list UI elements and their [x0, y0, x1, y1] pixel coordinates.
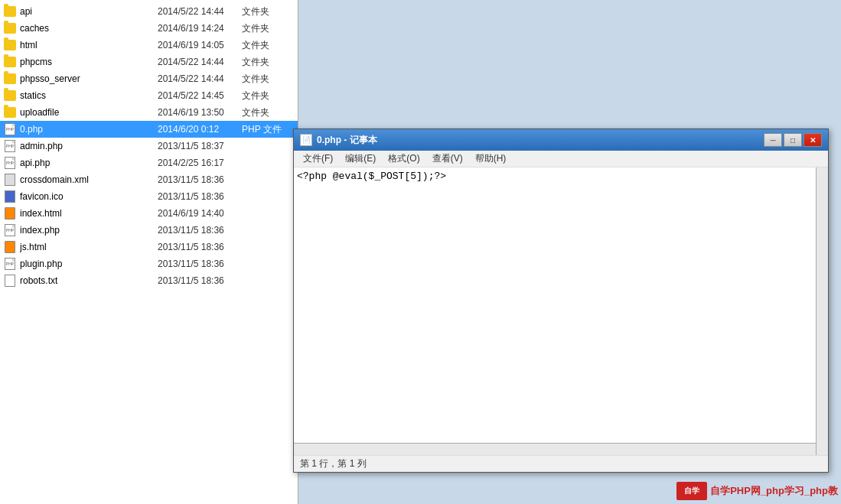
file-type: 文件夹 — [242, 89, 288, 102]
minimize-button[interactable]: ─ — [764, 133, 782, 147]
notepad-status-text: 第 1 行，第 1 列 — [300, 457, 367, 470]
file-name: index.html — [20, 208, 158, 219]
watermark-text: 自学PHP网_php学习_php教 — [710, 484, 838, 498]
file-row[interactable]: js.html2013/11/5 18:36 — [0, 239, 298, 255]
file-row[interactable]: statics2014/5/22 14:45文件夹 — [0, 87, 298, 104]
file-name: favicon.ico — [20, 191, 158, 202]
file-name: js.html — [20, 242, 158, 252]
file-date: 2014/6/19 13:50 — [158, 107, 242, 118]
folder-file-icon — [3, 72, 17, 86]
file-row[interactable]: phpcms2014/5/22 14:44文件夹 — [0, 54, 298, 70]
file-date: 2013/11/5 18:36 — [158, 275, 242, 286]
file-date: 2014/5/22 14:44 — [158, 6, 242, 17]
file-row[interactable]: PHPplugin.php2013/11/5 18:36 — [0, 255, 298, 272]
notepad-scrollbar-horizontal[interactable] — [294, 443, 816, 455]
file-row[interactable]: PHP0.php2014/6/20 0:12PHP 文件1 KB — [0, 121, 298, 138]
menu-item[interactable]: 文件(F) — [297, 151, 339, 167]
php-file-icon: PHP — [3, 156, 17, 170]
file-date: 2014/5/22 14:45 — [158, 90, 242, 101]
file-row[interactable]: PHPadmin.php2013/11/5 18:37 — [0, 138, 298, 154]
html-file-icon — [3, 240, 17, 254]
notepad-titlebar: 📄 0.php - 记事本 ─ □ ✕ — [294, 129, 828, 151]
file-date: 2013/11/5 18:36 — [158, 174, 242, 185]
file-name: robots.txt — [20, 275, 158, 286]
notepad-title-left: 📄 0.php - 记事本 — [300, 134, 377, 147]
file-type: 文件夹 — [242, 39, 288, 52]
file-date: 2014/6/20 0:12 — [158, 124, 242, 135]
notepad-window: 📄 0.php - 记事本 ─ □ ✕ 文件(F)编辑(E)格式(O)查看(V)… — [293, 128, 829, 473]
notepad-menubar: 文件(F)编辑(E)格式(O)查看(V)帮助(H) — [294, 151, 828, 167]
notepad-content-area — [294, 167, 828, 455]
menu-item[interactable]: 格式(O) — [382, 151, 425, 167]
file-name: admin.php — [20, 141, 158, 151]
file-name: uploadfile — [20, 107, 158, 118]
file-name: phpsso_server — [20, 73, 158, 84]
file-date: 2013/11/5 18:37 — [158, 141, 242, 151]
watermark: 自学 自学PHP网_php学习_php教 — [535, 480, 841, 502]
close-button[interactable]: ✕ — [804, 133, 822, 147]
file-date: 2013/11/5 18:36 — [158, 242, 242, 252]
watermark-logo: 自学 — [676, 482, 707, 500]
menu-item[interactable]: 编辑(E) — [339, 151, 382, 167]
notepad-app-icon: 📄 — [300, 134, 312, 146]
menu-item[interactable]: 帮助(H) — [469, 151, 513, 167]
file-explorer: api2014/5/22 14:44文件夹caches2014/6/19 14:… — [0, 0, 298, 504]
file-date: 2014/6/19 14:40 — [158, 208, 242, 219]
file-list: api2014/5/22 14:44文件夹caches2014/6/19 14:… — [0, 0, 298, 292]
file-row[interactable]: robots.txt2013/11/5 18:36 — [0, 272, 298, 289]
folder-file-icon — [3, 89, 17, 102]
php-file-icon: PHP — [3, 139, 17, 153]
file-name: statics — [20, 90, 158, 101]
file-name: crossdomain.xml — [20, 174, 158, 185]
file-date: 2014/6/19 14:24 — [158, 23, 242, 34]
notepad-title: 0.php - 记事本 — [317, 134, 377, 147]
file-date: 2014/6/19 14:05 — [158, 40, 242, 50]
notepad-statusbar: 第 1 行，第 1 列 — [294, 455, 828, 472]
file-row[interactable]: api2014/5/22 14:44文件夹 — [0, 3, 298, 20]
folder-file-icon — [3, 38, 17, 52]
file-name: plugin.php — [20, 259, 158, 269]
file-row[interactable]: PHPapi.php2014/2/25 16:17 — [0, 154, 298, 171]
file-name: api — [20, 6, 158, 17]
folder-file-icon — [3, 21, 17, 35]
file-type: PHP 文件 — [242, 123, 288, 136]
folder-file-icon — [3, 5, 17, 18]
notepad-title-controls: ─ □ ✕ — [764, 133, 822, 147]
notepad-scrollbar-vertical[interactable] — [816, 167, 828, 455]
file-type: 文件夹 — [242, 56, 288, 69]
file-date: 2013/11/5 18:36 — [158, 191, 242, 202]
php-file-icon: PHP — [3, 122, 17, 136]
menu-item[interactable]: 查看(V) — [426, 151, 469, 167]
file-date: 2013/11/5 18:36 — [158, 225, 242, 236]
file-date: 2014/5/22 14:44 — [158, 73, 242, 84]
file-type: 文件夹 — [242, 22, 288, 35]
file-date: 2013/11/5 18:36 — [158, 259, 242, 269]
file-row[interactable]: favicon.ico2013/11/5 18:36 — [0, 188, 298, 205]
file-name: caches — [20, 23, 158, 34]
file-row[interactable]: phpsso_server2014/5/22 14:44文件夹 — [0, 70, 298, 87]
php-file-icon: PHP — [3, 223, 17, 237]
notepad-textarea[interactable] — [294, 167, 828, 455]
php-file-icon: PHP — [3, 257, 17, 271]
file-type: 文件夹 — [242, 106, 288, 119]
file-row[interactable]: html2014/6/19 14:05文件夹 — [0, 37, 298, 54]
folder-file-icon — [3, 55, 17, 69]
txt-file-icon — [3, 274, 17, 288]
file-row[interactable]: caches2014/6/19 14:24文件夹 — [0, 20, 298, 37]
maximize-button[interactable]: □ — [784, 133, 802, 147]
file-row[interactable]: crossdomain.xml2013/11/5 18:36 — [0, 171, 298, 188]
ico-file-icon — [3, 190, 17, 203]
file-date: 2014/5/22 14:44 — [158, 57, 242, 67]
file-name: 0.php — [20, 124, 158, 135]
file-name: phpcms — [20, 57, 158, 67]
file-name: index.php — [20, 225, 158, 236]
file-date: 2014/2/25 16:17 — [158, 158, 242, 168]
file-row[interactable]: PHPindex.php2013/11/5 18:36 — [0, 222, 298, 239]
file-name: api.php — [20, 158, 158, 168]
file-row[interactable]: index.html2014/6/19 14:40 — [0, 205, 298, 222]
file-row[interactable]: uploadfile2014/6/19 13:50文件夹 — [0, 104, 298, 121]
xml-file-icon — [3, 173, 17, 187]
file-type: 文件夹 — [242, 5, 288, 18]
file-name: html — [20, 40, 158, 50]
folder-file-icon — [3, 106, 17, 119]
